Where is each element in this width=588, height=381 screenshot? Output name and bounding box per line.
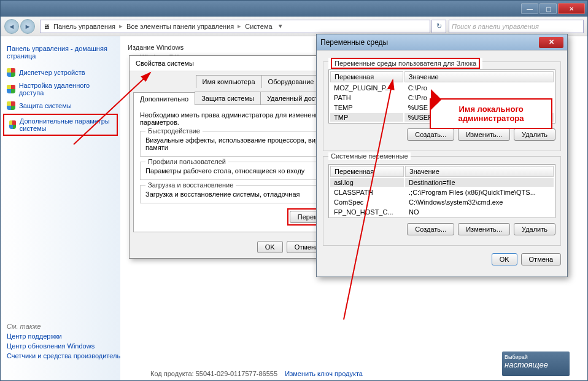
- change-key-link[interactable]: Изменить ключ продукта: [285, 370, 363, 377]
- var-name: ComSpec: [330, 198, 404, 206]
- sidebar-home-link[interactable]: Панель управления - домашняя страница: [1, 42, 120, 66]
- group-title: Профили пользователей: [145, 158, 228, 165]
- var-name: PATH: [330, 93, 403, 102]
- refresh-button[interactable]: ↻: [431, 20, 446, 33]
- tab-protection[interactable]: Защита системы: [195, 92, 261, 104]
- env-cancel-button[interactable]: Отмена: [521, 253, 561, 265]
- user-create-button[interactable]: Создать...: [407, 128, 454, 141]
- sidebar-item-devices[interactable]: Диспетчер устройств: [1, 66, 120, 79]
- minimize-button[interactable]: —: [521, 3, 538, 14]
- sidebar-footer-header: См. также: [7, 323, 138, 330]
- var-name: MOZ_PLUGIN_P...: [330, 84, 403, 92]
- var-value: Destination=file: [405, 178, 554, 187]
- user-group-highlight: Переменные среды пользователя для Злюка: [331, 58, 480, 69]
- env-ok-button[interactable]: OK: [492, 253, 517, 265]
- annotation-callout: Имя локального администратора: [430, 98, 552, 129]
- banner-line1: Выбирай: [505, 354, 567, 360]
- group-title: Быстродействие: [145, 127, 203, 135]
- close-button[interactable]: ✕: [558, 3, 585, 14]
- shield-icon: [7, 101, 15, 110]
- system-vars-table[interactable]: ПеременнаяЗначение asl.logDestination=fi…: [328, 164, 555, 218]
- breadcrumb-item[interactable]: Все элементы панели управления: [124, 23, 236, 30]
- sidebar-footer-link[interactable]: Центр обновления Windows: [7, 342, 138, 350]
- sidebar: Панель управления - домашняя страница Ди…: [1, 36, 120, 380]
- promo-banner[interactable]: Выбирай настоящее: [502, 352, 570, 376]
- maximize-button[interactable]: ▢: [540, 3, 557, 14]
- env-dialog-close-button[interactable]: ✕: [539, 37, 563, 48]
- var-name: TEMP: [330, 103, 403, 112]
- user-edit-button[interactable]: Изменить...: [458, 128, 510, 141]
- sidebar-item-label: Настройка удаленного доступа: [19, 82, 114, 96]
- user-delete-button[interactable]: Удалить: [514, 128, 555, 141]
- table-row[interactable]: FP_NO_HOST_C...NO: [330, 208, 554, 216]
- titlebar: — ▢ ✕: [1, 1, 587, 17]
- user-vars-group-title: Переменные среды пользователя для Злюка: [328, 58, 482, 69]
- shield-icon: [7, 68, 15, 77]
- table-row[interactable]: MOZ_PLUGIN_P...C:\Pro: [330, 84, 554, 92]
- col-var[interactable]: Переменная: [330, 166, 404, 177]
- col-val[interactable]: Значение: [405, 166, 554, 177]
- shield-icon: [9, 120, 16, 129]
- table-row[interactable]: ComSpecC:\Windows\system32\cmd.exe: [330, 198, 554, 206]
- system-vars-group: Системные переменные ПеременнаяЗначение …: [323, 156, 561, 246]
- sidebar-item-label: Диспетчер устройств: [19, 69, 85, 76]
- var-name: TMP: [330, 113, 403, 122]
- var-name: CLASSPATH: [330, 188, 404, 197]
- sys-delete-button[interactable]: Удалить: [514, 223, 555, 235]
- sys-create-button[interactable]: Создать...: [407, 223, 454, 235]
- var-value: C:\Pro: [404, 84, 554, 92]
- shield-icon: [7, 85, 15, 93]
- back-button[interactable]: ◄: [4, 19, 19, 34]
- var-value: C:\Windows\system32\cmd.exe: [405, 198, 554, 206]
- sidebar-item-advanced[interactable]: Дополнительные параметры системы: [7, 116, 114, 133]
- sys-vars-group-title: Системные переменные: [328, 152, 411, 160]
- group-title: Загрузка и восстановление: [145, 181, 236, 189]
- forward-button[interactable]: ►: [20, 19, 35, 34]
- product-key-label: Код продукта: 55041-029-0117577-86555: [150, 370, 277, 377]
- col-val[interactable]: Значение: [404, 71, 554, 82]
- breadcrumb-dropdown-icon[interactable]: ▾: [276, 22, 285, 30]
- env-vars-dialog: Переменные среды ✕ Переменные среды поль…: [316, 34, 568, 277]
- tab-computer-name[interactable]: Имя компьютера: [196, 75, 262, 88]
- ok-button[interactable]: OK: [257, 241, 283, 253]
- sidebar-footer-link[interactable]: Центр поддержки: [7, 332, 138, 340]
- tab-hardware[interactable]: Оборудование: [261, 75, 321, 88]
- breadcrumb-item[interactable]: Система: [242, 23, 274, 30]
- breadcrumb[interactable]: 🖥 Панель управления ▸ Все элементы панел…: [40, 20, 430, 33]
- breadcrumb-sep: ▸: [238, 22, 241, 30]
- search-input[interactable]: Поиск в панели управления: [449, 20, 584, 33]
- sidebar-item-label: Дополнительные параметры системы: [20, 117, 112, 132]
- var-name: FP_NO_HOST_C...: [330, 208, 404, 216]
- tab-advanced[interactable]: Дополнительно: [133, 92, 195, 105]
- sys-edit-button[interactable]: Изменить...: [458, 223, 510, 235]
- var-value: NO: [405, 208, 554, 216]
- col-var[interactable]: Переменная: [330, 71, 403, 82]
- sidebar-footer: См. также Центр поддержки Центр обновлен…: [7, 320, 138, 362]
- sidebar-item-remote[interactable]: Настройка удаленного доступа: [1, 79, 120, 99]
- breadcrumb-sep: ▸: [119, 22, 123, 30]
- banner-line2: настоящее: [505, 360, 567, 369]
- callout-line2: администратора: [436, 114, 546, 123]
- env-dialog-title: Переменные среды: [320, 38, 388, 47]
- sidebar-item-protection[interactable]: Защита системы: [1, 99, 120, 112]
- sidebar-item-label: Защита системы: [19, 102, 72, 109]
- sidebar-footer-link[interactable]: Счетчики и средства производительности: [7, 352, 138, 359]
- table-row[interactable]: CLASSPATH.;C:\Program Files (x86)\QuickT…: [330, 188, 554, 197]
- callout-line1: Имя локального: [436, 104, 546, 114]
- var-value: .;C:\Program Files (x86)\QuickTime\QTS..…: [405, 188, 554, 197]
- breadcrumb-item[interactable]: Панель управления: [51, 23, 118, 30]
- highlighted-sidebar-item: Дополнительные параметры системы: [3, 114, 118, 136]
- var-name: asl.log: [330, 178, 404, 187]
- table-row[interactable]: asl.logDestination=file: [330, 178, 554, 187]
- product-key-row: Код продукта: 55041-029-0117577-86555 Из…: [150, 370, 363, 377]
- env-dialog-titlebar: Переменные среды ✕: [317, 34, 567, 50]
- breadcrumb-icon: 🖥: [43, 23, 50, 30]
